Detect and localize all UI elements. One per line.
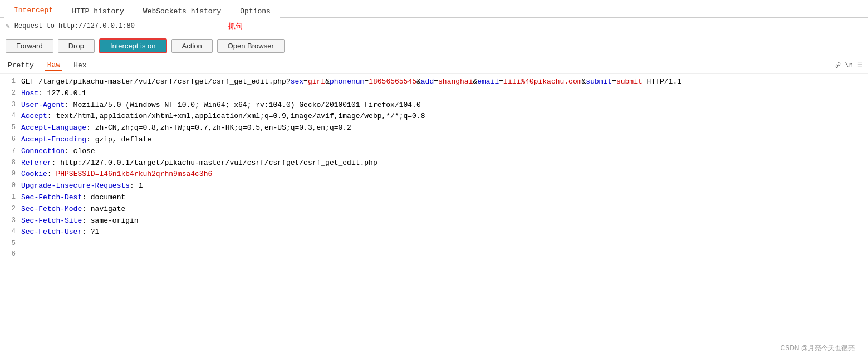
line-content: Sec-Fetch-Site: same-origin — [21, 215, 862, 227]
format-bar: Pretty Raw Hex ☍ \n ≡ — [0, 57, 868, 74]
intercept-button[interactable]: Intercept is on — [99, 38, 167, 53]
line-content: Referer: http://127.0.0.1/target/pikachu… — [21, 158, 862, 169]
format-tab-hex[interactable]: Hex — [71, 60, 89, 71]
table-row: 6Accept-Encoding: gzip, deflate — [0, 134, 868, 146]
table-row: 8Referer: http://127.0.0.1/target/pikach… — [0, 158, 868, 169]
line-content: Accept: text/html,application/xhtml+xml,… — [21, 111, 862, 122]
tab-websockets-history[interactable]: WebSockets history — [134, 4, 231, 18]
request-bar: ✎ Request to http://127.0.0.1:80 抓句 — [0, 18, 868, 35]
ln-label: \n — [845, 62, 853, 70]
line-number: 2 — [6, 204, 16, 215]
line-number: 3 — [6, 215, 16, 227]
table-row: 1Sec-Fetch-Dest: document — [0, 192, 868, 204]
format-tab-pretty[interactable]: Pretty — [6, 60, 36, 71]
line-number: 6 — [6, 134, 16, 146]
action-button[interactable]: Action — [171, 39, 213, 53]
format-tab-raw[interactable]: Raw — [45, 60, 62, 71]
line-content — [21, 238, 862, 249]
table-row: 1GET /target/pikachu-master/vul/csrf/csr… — [0, 76, 868, 88]
line-content: Sec-Fetch-User: ?1 — [21, 227, 862, 238]
line-number: 9 — [6, 169, 16, 180]
tab-intercept[interactable]: Intercept — [4, 3, 62, 18]
table-row: 6 — [0, 249, 868, 259]
line-number: 5 — [6, 122, 16, 134]
forward-button[interactable]: Forward — [6, 39, 53, 53]
line-content: Sec-Fetch-Dest: document — [21, 192, 862, 204]
table-row: 7Connection: close — [0, 146, 868, 158]
request-url: Request to http://127.0.0.1:80 — [14, 22, 135, 30]
table-row: 5Accept-Language: zh-CN,zh;q=0.8,zh-TW;q… — [0, 122, 868, 134]
tab-http-history[interactable]: HTTP history — [62, 4, 134, 18]
pencil-icon: ✎ — [6, 22, 10, 31]
line-number: 5 — [6, 238, 16, 249]
table-row: 4Accept: text/html,application/xhtml+xml… — [0, 111, 868, 122]
line-number: 3 — [6, 100, 16, 111]
comment-icon[interactable]: ☍ — [836, 60, 841, 71]
table-row: 3User-Agent: Mozilla/5.0 (Windows NT 10.… — [0, 100, 868, 111]
line-content — [21, 249, 862, 259]
line-content: Host: 127.0.0.1 — [21, 88, 862, 100]
menu-icon[interactable]: ≡ — [857, 61, 862, 70]
line-content: Upgrade-Insecure-Requests: 1 — [21, 180, 862, 192]
drop-button[interactable]: Drop — [58, 39, 95, 53]
line-content: User-Agent: Mozilla/5.0 (Windows NT 10.0… — [21, 100, 862, 111]
table-row: 9Cookie: PHPSESSID=l46n1kb4rkuh2qrhn9msa… — [0, 169, 868, 180]
line-content: Cookie: PHPSESSID=l46n1kb4rkuh2qrhn9msa4… — [21, 169, 862, 180]
open-browser-button[interactable]: Open Browser — [217, 39, 285, 53]
tab-bar: Intercept HTTP history WebSockets histor… — [0, 0, 868, 18]
line-number: 1 — [6, 76, 16, 88]
line-content: Accept-Language: zh-CN,zh;q=0.8,zh-TW;q=… — [21, 122, 862, 134]
table-row: 3Sec-Fetch-Site: same-origin — [0, 215, 868, 227]
table-row: 2Host: 127.0.0.1 — [0, 88, 868, 100]
line-content: Connection: close — [21, 146, 862, 158]
line-number: 8 — [6, 158, 16, 169]
line-number: 0 — [6, 180, 16, 192]
line-number: 4 — [6, 227, 16, 238]
line-number: 4 — [6, 111, 16, 122]
format-bar-icons: ☍ \n ≡ — [836, 60, 862, 71]
line-number: 7 — [6, 146, 16, 158]
line-number: 1 — [6, 192, 16, 204]
watermark: CSDN @月亮今天也很亮 — [780, 344, 855, 353]
zhuajv-label: 抓句 — [228, 21, 243, 31]
action-bar: Forward Drop Intercept is on Action Open… — [0, 35, 868, 57]
line-content: Accept-Encoding: gzip, deflate — [21, 134, 862, 146]
tab-options[interactable]: Options — [231, 4, 280, 18]
line-content: GET /target/pikachu-master/vul/csrf/csrf… — [21, 76, 862, 88]
request-content: 1GET /target/pikachu-master/vul/csrf/csr… — [0, 74, 868, 355]
table-row: 5 — [0, 238, 868, 249]
table-row: 0Upgrade-Insecure-Requests: 1 — [0, 180, 868, 192]
line-content: Sec-Fetch-Mode: navigate — [21, 204, 862, 215]
line-number: 6 — [6, 249, 16, 259]
line-number: 2 — [6, 88, 16, 100]
table-row: 2Sec-Fetch-Mode: navigate — [0, 204, 868, 215]
table-row: 4Sec-Fetch-User: ?1 — [0, 227, 868, 238]
